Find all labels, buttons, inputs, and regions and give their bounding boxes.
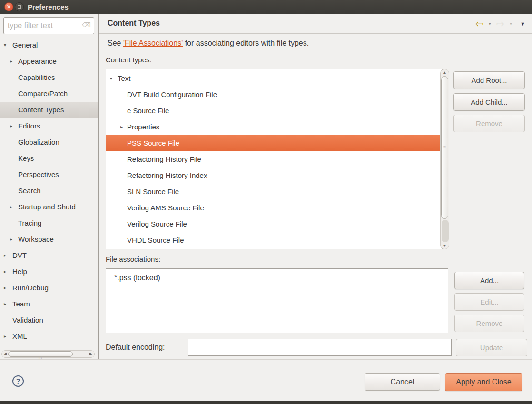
content-type-row-sln-source-file[interactable]: SLN Source File [106, 184, 442, 200]
sidebar-item-tracing[interactable]: Tracing [0, 215, 98, 231]
content-type-row-vhdl-source-file[interactable]: VHDL Source File [106, 232, 442, 248]
back-arrow-icon[interactable]: ⇦ [475, 18, 483, 30]
expander-collapsed-icon[interactable]: ▸ [4, 264, 6, 280]
content-type-row-e-source-file[interactable]: e Source File [106, 103, 442, 119]
scroll-left-icon[interactable]: ◀ [4, 351, 7, 357]
help-icon[interactable]: ? [12, 375, 24, 387]
remove-association-button[interactable]: Remove [454, 315, 524, 332]
sidebar-item-capabilities[interactable]: Capabilities [0, 69, 98, 86]
content-type-row-pss-source-file[interactable]: PSS Source File [106, 135, 442, 151]
expander-expanded-icon[interactable]: ▾ [110, 70, 112, 87]
sidebar-item-team[interactable]: ▸Team [0, 296, 98, 312]
expander-collapsed-icon[interactable]: ▸ [4, 328, 6, 345]
content-types-label: Content types: [106, 56, 152, 64]
file-associations-label: File associations: [106, 255, 160, 263]
description-text: See 'File Associations' for associating … [108, 39, 309, 48]
window-title: Preferences [28, 0, 69, 14]
expander-collapsed-icon[interactable]: ▸ [4, 296, 6, 312]
sidebar-item-appearance[interactable]: ▸Appearance [0, 53, 98, 69]
content-type-row-refactoring-history-file[interactable]: Refactoring History File [106, 151, 442, 168]
maximize-button[interactable] [15, 2, 24, 11]
window-bottom-edge [0, 401, 532, 404]
content-type-row-dvt-build-configuration-file[interactable]: DVT Build Configuration File [106, 87, 442, 103]
expander-collapsed-icon[interactable]: ▸ [10, 199, 12, 215]
scrollbar-track[interactable] [442, 220, 449, 242]
sidebar-item-keys[interactable]: Keys [0, 150, 98, 167]
preferences-sidebar: ⌫ ▾General ▸Appearance Capabilities Comp… [0, 14, 99, 359]
content-types-panel: Content Types ⇦ ▾ ⇨ ▾ ▼ See 'File Associ… [99, 14, 532, 359]
filter-input[interactable] [3, 17, 94, 34]
vertical-scrollbar-thumb[interactable]: ≡ [441, 76, 448, 219]
history-toolbar: ⇦ ▾ ⇨ ▾ ▼ [475, 18, 525, 30]
add-association-button[interactable]: Add... [454, 272, 524, 289]
default-encoding-input[interactable] [188, 339, 452, 356]
expander-expanded-icon[interactable]: ▾ [4, 37, 6, 53]
sidebar-item-validation[interactable]: Validation [0, 312, 98, 328]
add-root-button[interactable]: Add Root... [453, 71, 525, 89]
maximize-icon [18, 5, 21, 9]
update-button[interactable]: Update [456, 339, 527, 356]
expander-collapsed-icon[interactable]: ▸ [10, 231, 12, 247]
default-encoding-label: Default encoding: [106, 339, 165, 356]
sidebar-item-help[interactable]: ▸Help [0, 264, 98, 280]
content-types-tree: ▾Text DVT Build Configuration File e Sou… [106, 69, 443, 249]
expander-collapsed-icon[interactable]: ▸ [10, 118, 12, 134]
header-divider [99, 33, 532, 34]
sidebar-item-dvt[interactable]: ▸DVT [0, 247, 98, 264]
expander-collapsed-icon[interactable]: ▸ [4, 280, 6, 296]
close-button[interactable]: ✕ [4, 2, 13, 11]
forward-dropdown-icon[interactable]: ▾ [510, 21, 512, 26]
sidebar-item-xml[interactable]: ▸XML [0, 328, 98, 345]
scroll-right-icon[interactable]: ▶ [89, 351, 92, 357]
content-type-row-text[interactable]: ▾Text [106, 70, 442, 87]
sidebar-item-workspace[interactable]: ▸Workspace [0, 231, 98, 247]
apply-and-close-button[interactable]: Apply and Close [445, 373, 522, 391]
cancel-button[interactable]: Cancel [365, 373, 440, 391]
sidebar-item-run-debug[interactable]: ▸Run/Debug [0, 280, 98, 296]
scroll-down-icon[interactable]: ▼ [441, 244, 449, 248]
page-title: Content Types [108, 19, 160, 28]
titlebar: ✕ Preferences [0, 0, 532, 14]
content-type-row-verilog-source-file[interactable]: Verilog Source File [106, 216, 442, 232]
add-child-button[interactable]: Add Child... [453, 93, 525, 111]
content-type-row-refactoring-history-index[interactable]: Refactoring History Index [106, 168, 442, 184]
dialog-footer: ? Cancel Apply and Close [0, 359, 532, 401]
filter-box: ⌫ [3, 17, 94, 34]
remove-content-type-button[interactable]: Remove [453, 115, 525, 132]
sidebar-horizontal-scrollbar[interactable]: ◀ ||| ▶ [1, 350, 95, 358]
sidebar-item-compare-patch[interactable]: Compare/Patch [0, 86, 98, 102]
back-dropdown-icon[interactable]: ▾ [489, 21, 491, 26]
content-type-row-verilog-ams-source-file[interactable]: Verilog AMS Source File [106, 200, 442, 216]
preferences-window: ✕ Preferences ⌫ ▾General ▸Appearance Cap… [0, 0, 532, 404]
sidebar-item-search[interactable]: Search [0, 183, 98, 199]
content-type-row-properties[interactable]: ▸Properties [106, 119, 442, 135]
clear-filter-icon[interactable]: ⌫ [82, 21, 91, 29]
file-associations-link[interactable]: 'File Associations' [123, 39, 183, 47]
sidebar-item-perspectives[interactable]: Perspectives [0, 167, 98, 183]
file-association-item[interactable]: *.pss (locked) [106, 271, 448, 285]
expander-collapsed-icon[interactable]: ▸ [4, 247, 6, 264]
forward-arrow-icon[interactable]: ⇨ [496, 18, 504, 30]
sidebar-item-globalization[interactable]: Globalization [0, 134, 98, 150]
scroll-up-icon[interactable]: ▲ [441, 70, 449, 75]
sidebar-item-editors[interactable]: ▸Editors [0, 118, 98, 134]
sidebar-item-startup-and-shutdown[interactable]: ▸Startup and Shutd [0, 199, 98, 215]
sidebar-item-content-types[interactable]: Content Types [0, 102, 98, 118]
file-associations-list: *.pss (locked) [106, 268, 448, 333]
expander-collapsed-icon[interactable]: ▸ [10, 53, 12, 69]
preferences-tree: ▾General ▸Appearance Capabilities Compar… [0, 37, 98, 345]
scrollbar-grip-icon: ||| [39, 355, 42, 359]
expander-collapsed-icon[interactable]: ▸ [120, 119, 123, 135]
scrollbar-grip-icon: ≡ [442, 145, 448, 149]
sidebar-item-general[interactable]: ▾General [0, 37, 98, 53]
horizontal-scrollbar-thumb[interactable]: ||| [8, 351, 73, 357]
view-menu-icon[interactable]: ▼ [520, 21, 525, 27]
content-types-vertical-scrollbar[interactable]: ▲ ≡ ▼ [440, 69, 449, 249]
edit-association-button[interactable]: Edit... [454, 293, 524, 311]
